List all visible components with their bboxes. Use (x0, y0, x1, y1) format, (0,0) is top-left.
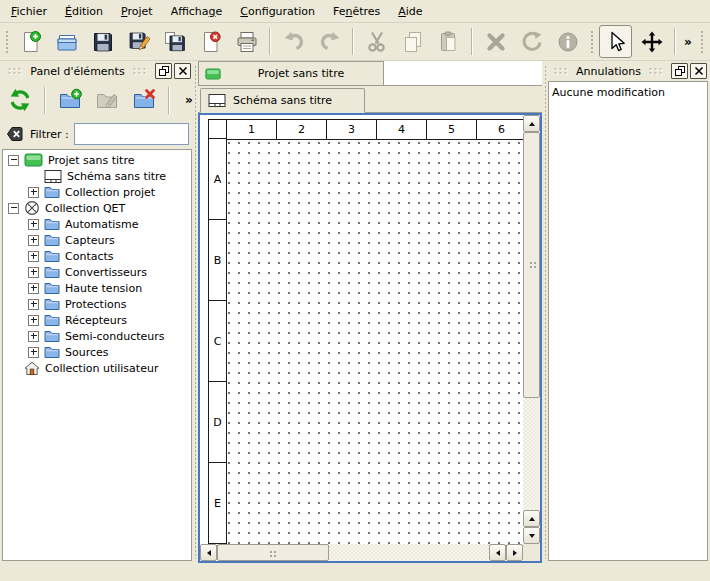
schema-canvas[interactable]: 1 2 3 4 5 6 A B C D E (198, 113, 542, 563)
open-project-button[interactable] (50, 25, 83, 58)
redo-button[interactable] (313, 25, 346, 58)
move-icon (640, 30, 664, 54)
delete-button[interactable] (479, 25, 512, 58)
undo-list-item[interactable]: Aucune modification (552, 84, 704, 100)
arrow-left-icon (207, 550, 211, 556)
tab-schema-sans-titre[interactable]: Schéma sans titre (200, 88, 365, 113)
new-element-button[interactable] (54, 84, 86, 116)
vertical-scrollbar-track[interactable] (523, 398, 540, 510)
tree-item-collection-utilisateur[interactable]: Collection utilisateur (3, 360, 191, 376)
rotate-button[interactable] (515, 25, 548, 58)
expand-expander-icon[interactable] (28, 251, 39, 262)
menu-configuration[interactable]: Configuration (231, 2, 324, 21)
print-button[interactable] (230, 25, 263, 58)
expand-expander-icon[interactable] (28, 219, 39, 230)
collapse-expander-icon[interactable] (8, 155, 19, 166)
save-all-button[interactable] (158, 25, 191, 58)
column-label: 5 (426, 119, 477, 140)
scroll-left-button-2[interactable] (489, 544, 506, 561)
tree-item-recepteurs[interactable]: Récepteurs (3, 312, 191, 328)
menu-fichier[interactable]: Fichier (2, 2, 56, 21)
float-panel-button[interactable] (155, 63, 172, 79)
tree-item-capteurs[interactable]: Capteurs (3, 232, 191, 248)
tab-projet-sans-titre[interactable]: Projet sans titre (198, 61, 384, 85)
expand-expander-icon[interactable] (28, 187, 39, 198)
delete-element-icon (132, 88, 156, 112)
horizontal-scrollbar[interactable] (200, 544, 523, 561)
menu-aide[interactable]: Aide (389, 2, 431, 21)
cut-icon (365, 30, 389, 54)
scroll-up-button[interactable] (523, 115, 540, 132)
tree-item-project[interactable]: Projet sans titre (3, 152, 191, 168)
vertical-scrollbar[interactable] (523, 115, 540, 544)
vertical-scrollbar-thumb[interactable] (523, 132, 540, 398)
edit-element-button[interactable] (91, 84, 123, 116)
menu-edition[interactable]: Édition (56, 2, 112, 21)
undo-item-label: Aucune modification (552, 86, 665, 99)
scroll-down-button[interactable] (523, 527, 540, 544)
reload-collections-button[interactable] (4, 84, 36, 116)
paste-button[interactable] (432, 25, 465, 58)
close-file-button[interactable] (194, 25, 227, 58)
expand-expander-icon[interactable] (28, 235, 39, 246)
save-as-button[interactable] (122, 25, 155, 58)
expand-expander-icon[interactable] (28, 283, 39, 294)
element-info-button[interactable] (551, 25, 584, 58)
float-panel-button[interactable] (671, 63, 688, 79)
arrow-left-icon (496, 550, 500, 556)
edit-element-icon (95, 88, 119, 112)
tree-item-label: Schéma sans titre (67, 170, 166, 183)
expand-expander-icon[interactable] (28, 347, 39, 358)
expand-expander-icon[interactable] (28, 267, 39, 278)
expand-expander-icon[interactable] (28, 299, 39, 310)
collapse-expander-icon[interactable] (8, 203, 19, 214)
tree-item-collection-projet[interactable]: Collection projet (3, 184, 191, 200)
tree-item-schema[interactable]: Schéma sans titre (3, 168, 191, 184)
scroll-left-button[interactable] (200, 544, 217, 561)
tree-item-label: Semi-conducteurs (65, 330, 165, 343)
expand-expander-icon[interactable] (28, 331, 39, 342)
horizontal-scrollbar-track[interactable] (329, 544, 489, 561)
toolbar-drag-handle[interactable] (4, 29, 9, 55)
expand-expander-icon[interactable] (28, 315, 39, 326)
horizontal-scrollbar-thumb[interactable] (217, 544, 329, 561)
tree-item-sources[interactable]: Sources (3, 344, 191, 360)
menu-fenetres[interactable]: Fenêtres (324, 2, 389, 21)
undo-history-list[interactable]: Aucune modification (548, 81, 708, 561)
tree-item-semi-conducteurs[interactable]: Semi-conducteurs (3, 328, 191, 344)
print-icon (235, 30, 259, 54)
copy-button[interactable] (396, 25, 429, 58)
close-panel-button[interactable] (174, 63, 191, 79)
save-button[interactable] (86, 25, 119, 58)
folder-icon (44, 297, 60, 311)
tree-item-automatisme[interactable]: Automatisme (3, 216, 191, 232)
tree-item-label: Collection utilisateur (45, 362, 158, 375)
toolbar-drag-handle[interactable] (589, 29, 594, 55)
scroll-up-button-2[interactable] (523, 510, 540, 527)
move-mode-button[interactable] (635, 25, 668, 58)
right-splitter[interactable] (542, 61, 548, 563)
new-document-button[interactable] (14, 25, 47, 58)
elements-tree[interactable]: Projet sans titre Schéma sans titre Coll… (2, 149, 192, 561)
tree-item-haute-tension[interactable]: Haute tension (3, 280, 191, 296)
tree-item-contacts[interactable]: Contacts (3, 248, 191, 264)
tab-label: Projet sans titre (225, 67, 377, 80)
column-label: 6 (476, 119, 527, 140)
menu-projet[interactable]: Projet (112, 2, 162, 21)
scroll-right-button[interactable] (506, 544, 523, 561)
filter-input[interactable] (74, 123, 189, 145)
clear-filter-button[interactable] (5, 124, 25, 144)
undo-panel-titlebar[interactable]: Annulations (548, 62, 708, 80)
tree-item-convertisseurs[interactable]: Convertisseurs (3, 264, 191, 280)
undo-button[interactable] (277, 25, 310, 58)
select-mode-button[interactable] (599, 25, 632, 58)
delete-element-button[interactable] (128, 84, 160, 116)
elements-panel-titlebar[interactable]: Panel d'éléments (2, 62, 192, 80)
tree-item-collection-qet[interactable]: Collection QET (3, 200, 191, 216)
toolbar-overflow-button[interactable]: » (682, 35, 694, 49)
menu-affichage[interactable]: Affichage (162, 2, 232, 21)
tree-item-protections[interactable]: Protections (3, 296, 191, 312)
cut-button[interactable] (360, 25, 393, 58)
close-panel-button[interactable] (690, 63, 707, 79)
toolbar-drag-handle[interactable] (699, 29, 704, 55)
